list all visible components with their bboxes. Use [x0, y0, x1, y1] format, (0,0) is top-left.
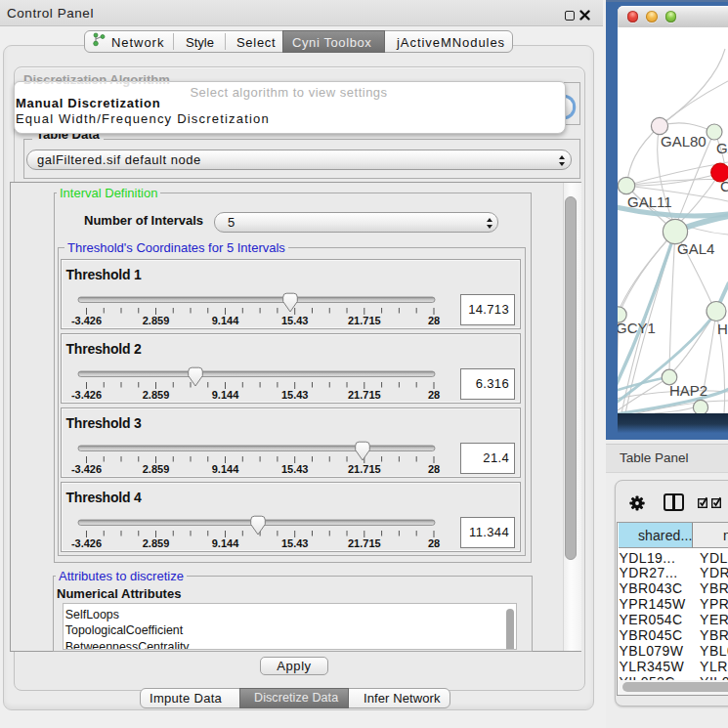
svg-text:28: 28 — [428, 537, 440, 549]
svg-text:2.859: 2.859 — [143, 389, 170, 401]
svg-text:-3.426: -3.426 — [71, 537, 102, 549]
svg-text:21.715: 21.715 — [348, 463, 381, 475]
svg-text:28: 28 — [428, 389, 440, 401]
svg-text:15.43: 15.43 — [281, 315, 309, 326]
svg-text:21.715: 21.715 — [348, 537, 381, 549]
svg-text:GAL11: GAL11 — [627, 193, 672, 210]
svg-text:H: H — [717, 321, 728, 337]
svg-text:2.859: 2.859 — [143, 463, 170, 475]
svg-text:GAL80: GAL80 — [661, 133, 707, 150]
svg-text:9.144: 9.144 — [212, 463, 239, 475]
svg-text:9.144: 9.144 — [212, 315, 239, 326]
svg-text:28: 28 — [428, 463, 440, 475]
svg-text:2.859: 2.859 — [143, 537, 170, 549]
svg-text:21.715: 21.715 — [348, 389, 381, 401]
svg-text:GCY1: GCY1 — [618, 320, 656, 336]
svg-text:GA: GA — [716, 140, 728, 156]
svg-text:-3.426: -3.426 — [71, 315, 102, 326]
svg-text:15.43: 15.43 — [281, 537, 309, 549]
svg-text:HAP2: HAP2 — [669, 382, 707, 399]
svg-text:-3.426: -3.426 — [71, 389, 102, 401]
svg-text:2.859: 2.859 — [143, 315, 170, 326]
svg-text:21.715: 21.715 — [348, 315, 381, 326]
svg-text:-3.426: -3.426 — [71, 463, 102, 475]
svg-text:C: C — [720, 178, 728, 194]
svg-text:9.144: 9.144 — [212, 389, 239, 401]
svg-text:15.43: 15.43 — [281, 389, 309, 401]
svg-text:9.144: 9.144 — [212, 537, 239, 549]
svg-text:28: 28 — [428, 315, 440, 326]
svg-text:15.43: 15.43 — [281, 463, 309, 475]
svg-text:GAL4: GAL4 — [677, 240, 714, 257]
